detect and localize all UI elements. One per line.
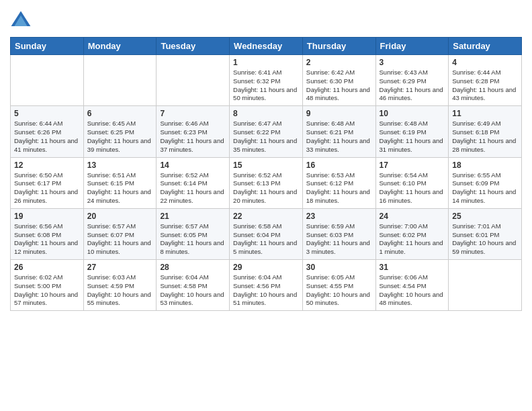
day-info: Sunrise: 6:43 AM Sunset: 6:29 PM Dayligh… bbox=[380, 68, 445, 103]
calendar-cell: 22Sunrise: 6:58 AM Sunset: 6:04 PM Dayli… bbox=[230, 208, 303, 259]
logo bbox=[10, 7, 34, 32]
calendar-cell: 2Sunrise: 6:42 AM Sunset: 6:30 PM Daylig… bbox=[302, 55, 375, 106]
day-info: Sunrise: 6:41 AM Sunset: 6:32 PM Dayligh… bbox=[233, 68, 299, 103]
day-info: Sunrise: 6:53 AM Sunset: 6:12 PM Dayligh… bbox=[306, 171, 372, 205]
calendar-cell: 31Sunrise: 6:06 AM Sunset: 4:54 PM Dayli… bbox=[375, 260, 449, 311]
day-number: 7 bbox=[160, 109, 226, 118]
weekday-header-wednesday: Wednesday bbox=[230, 38, 303, 55]
day-info: Sunrise: 6:55 AM Sunset: 6:09 PM Dayligh… bbox=[452, 171, 518, 205]
day-number: 15 bbox=[233, 161, 299, 170]
day-info: Sunrise: 6:48 AM Sunset: 6:21 PM Dayligh… bbox=[306, 120, 372, 154]
day-number: 18 bbox=[452, 161, 518, 170]
day-number: 5 bbox=[14, 109, 80, 118]
day-number: 23 bbox=[306, 212, 372, 221]
weekday-header-saturday: Saturday bbox=[449, 38, 522, 55]
calendar-week-row: 12Sunrise: 6:50 AM Sunset: 6:17 PM Dayli… bbox=[11, 157, 522, 208]
weekday-header-row: SundayMondayTuesdayWednesdayThursdayFrid… bbox=[11, 38, 522, 55]
calendar-cell: 5Sunrise: 6:44 AM Sunset: 6:26 PM Daylig… bbox=[11, 106, 84, 157]
day-number: 4 bbox=[452, 58, 518, 67]
day-info: Sunrise: 6:04 AM Sunset: 4:56 PM Dayligh… bbox=[233, 273, 299, 308]
weekday-header-sunday: Sunday bbox=[11, 38, 84, 55]
day-info: Sunrise: 6:06 AM Sunset: 4:54 PM Dayligh… bbox=[380, 273, 445, 308]
calendar-cell: 3Sunrise: 6:43 AM Sunset: 6:29 PM Daylig… bbox=[375, 55, 449, 106]
calendar-cell: 7Sunrise: 6:46 AM Sunset: 6:23 PM Daylig… bbox=[157, 106, 230, 157]
day-info: Sunrise: 6:47 AM Sunset: 6:22 PM Dayligh… bbox=[233, 120, 299, 154]
calendar-cell: 15Sunrise: 6:52 AM Sunset: 6:13 PM Dayli… bbox=[230, 157, 303, 208]
calendar-cell: 10Sunrise: 6:48 AM Sunset: 6:19 PM Dayli… bbox=[375, 106, 449, 157]
calendar-cell bbox=[11, 55, 84, 106]
calendar-cell: 1Sunrise: 6:41 AM Sunset: 6:32 PM Daylig… bbox=[230, 55, 303, 106]
day-number: 21 bbox=[160, 212, 226, 221]
day-info: Sunrise: 7:01 AM Sunset: 6:01 PM Dayligh… bbox=[452, 222, 518, 257]
calendar-cell: 20Sunrise: 6:57 AM Sunset: 6:07 PM Dayli… bbox=[83, 208, 157, 259]
weekday-header-friday: Friday bbox=[375, 38, 449, 55]
calendar-cell: 4Sunrise: 6:44 AM Sunset: 6:28 PM Daylig… bbox=[449, 55, 522, 106]
day-info: Sunrise: 6:56 AM Sunset: 6:08 PM Dayligh… bbox=[14, 222, 80, 257]
day-info: Sunrise: 6:42 AM Sunset: 6:30 PM Dayligh… bbox=[306, 68, 372, 103]
day-number: 12 bbox=[14, 161, 80, 170]
day-number: 17 bbox=[380, 161, 445, 170]
day-number: 1 bbox=[233, 58, 299, 67]
day-number: 10 bbox=[380, 109, 445, 118]
day-info: Sunrise: 6:03 AM Sunset: 4:59 PM Dayligh… bbox=[87, 273, 153, 308]
day-info: Sunrise: 6:58 AM Sunset: 6:04 PM Dayligh… bbox=[233, 222, 299, 257]
calendar-week-row: 19Sunrise: 6:56 AM Sunset: 6:08 PM Dayli… bbox=[11, 208, 522, 259]
day-info: Sunrise: 6:05 AM Sunset: 4:55 PM Dayligh… bbox=[306, 273, 372, 308]
day-info: Sunrise: 6:57 AM Sunset: 6:05 PM Dayligh… bbox=[160, 222, 226, 257]
weekday-header-tuesday: Tuesday bbox=[157, 38, 230, 55]
calendar-cell: 26Sunrise: 6:02 AM Sunset: 5:00 PM Dayli… bbox=[11, 260, 84, 311]
day-number: 31 bbox=[380, 263, 445, 272]
calendar-cell: 29Sunrise: 6:04 AM Sunset: 4:56 PM Dayli… bbox=[230, 260, 303, 311]
header bbox=[10, 7, 522, 32]
calendar-cell: 9Sunrise: 6:48 AM Sunset: 6:21 PM Daylig… bbox=[302, 106, 375, 157]
calendar-cell: 6Sunrise: 6:45 AM Sunset: 6:25 PM Daylig… bbox=[83, 106, 157, 157]
calendar-cell: 21Sunrise: 6:57 AM Sunset: 6:05 PM Dayli… bbox=[157, 208, 230, 259]
calendar-cell: 14Sunrise: 6:52 AM Sunset: 6:14 PM Dayli… bbox=[157, 157, 230, 208]
calendar-cell: 24Sunrise: 7:00 AM Sunset: 6:02 PM Dayli… bbox=[375, 208, 449, 259]
day-number: 6 bbox=[87, 109, 153, 118]
calendar-cell: 18Sunrise: 6:55 AM Sunset: 6:09 PM Dayli… bbox=[449, 157, 522, 208]
day-number: 14 bbox=[160, 161, 226, 170]
day-number: 30 bbox=[306, 263, 372, 272]
calendar-cell: 12Sunrise: 6:50 AM Sunset: 6:17 PM Dayli… bbox=[11, 157, 84, 208]
page: SundayMondayTuesdayWednesdayThursdayFrid… bbox=[0, 0, 532, 321]
day-info: Sunrise: 6:04 AM Sunset: 4:58 PM Dayligh… bbox=[160, 273, 226, 308]
day-number: 16 bbox=[306, 161, 372, 170]
calendar-cell bbox=[157, 55, 230, 106]
calendar-cell: 19Sunrise: 6:56 AM Sunset: 6:08 PM Dayli… bbox=[11, 208, 84, 259]
calendar-cell: 16Sunrise: 6:53 AM Sunset: 6:12 PM Dayli… bbox=[302, 157, 375, 208]
calendar-cell: 8Sunrise: 6:47 AM Sunset: 6:22 PM Daylig… bbox=[230, 106, 303, 157]
day-number: 20 bbox=[87, 212, 153, 221]
day-info: Sunrise: 6:52 AM Sunset: 6:13 PM Dayligh… bbox=[233, 171, 299, 205]
calendar-cell: 11Sunrise: 6:49 AM Sunset: 6:18 PM Dayli… bbox=[449, 106, 522, 157]
calendar-week-row: 1Sunrise: 6:41 AM Sunset: 6:32 PM Daylig… bbox=[11, 55, 522, 106]
calendar-cell: 28Sunrise: 6:04 AM Sunset: 4:58 PM Dayli… bbox=[157, 260, 230, 311]
day-number: 26 bbox=[14, 263, 80, 272]
day-number: 2 bbox=[306, 58, 372, 67]
day-number: 8 bbox=[233, 109, 299, 118]
calendar-cell: 25Sunrise: 7:01 AM Sunset: 6:01 PM Dayli… bbox=[449, 208, 522, 259]
day-number: 22 bbox=[233, 212, 299, 221]
day-info: Sunrise: 6:02 AM Sunset: 5:00 PM Dayligh… bbox=[14, 273, 80, 308]
calendar-cell: 30Sunrise: 6:05 AM Sunset: 4:55 PM Dayli… bbox=[302, 260, 375, 311]
weekday-header-thursday: Thursday bbox=[302, 38, 375, 55]
day-info: Sunrise: 6:49 AM Sunset: 6:18 PM Dayligh… bbox=[452, 120, 518, 154]
day-number: 27 bbox=[87, 263, 153, 272]
day-info: Sunrise: 7:00 AM Sunset: 6:02 PM Dayligh… bbox=[380, 222, 445, 257]
day-info: Sunrise: 6:57 AM Sunset: 6:07 PM Dayligh… bbox=[87, 222, 153, 257]
day-number: 28 bbox=[160, 263, 226, 272]
calendar-cell: 27Sunrise: 6:03 AM Sunset: 4:59 PM Dayli… bbox=[83, 260, 157, 311]
calendar-cell bbox=[449, 260, 522, 311]
day-info: Sunrise: 6:44 AM Sunset: 6:26 PM Dayligh… bbox=[14, 120, 80, 154]
day-info: Sunrise: 6:48 AM Sunset: 6:19 PM Dayligh… bbox=[380, 120, 445, 154]
day-number: 13 bbox=[87, 161, 153, 170]
calendar-week-row: 26Sunrise: 6:02 AM Sunset: 5:00 PM Dayli… bbox=[11, 260, 522, 311]
calendar-cell bbox=[83, 55, 157, 106]
day-info: Sunrise: 6:44 AM Sunset: 6:28 PM Dayligh… bbox=[452, 68, 518, 103]
calendar-table: SundayMondayTuesdayWednesdayThursdayFrid… bbox=[10, 37, 522, 311]
day-number: 29 bbox=[233, 263, 299, 272]
day-number: 25 bbox=[452, 212, 518, 221]
day-number: 11 bbox=[452, 109, 518, 118]
logo-icon bbox=[10, 10, 32, 32]
day-number: 9 bbox=[306, 109, 372, 118]
